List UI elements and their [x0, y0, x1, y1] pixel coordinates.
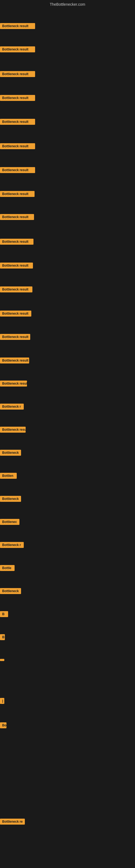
bottleneck-item-5: Bottleneck result: [0, 119, 35, 126]
bottleneck-badge-6: Bottleneck result: [0, 143, 35, 149]
bottleneck-item-25: Bottleneck: [0, 588, 21, 595]
bottleneck-badge-32: Bottleneck re: [0, 818, 25, 825]
bottleneck-item-27: B: [0, 634, 5, 641]
bottleneck-badge-15: Bottleneck result: [0, 358, 29, 364]
bottleneck-badge-11: Bottleneck result: [0, 262, 33, 269]
bottleneck-badge-14: Bottleneck result: [0, 334, 30, 340]
bottleneck-item-23: Bottleneck r: [0, 542, 24, 549]
bottleneck-badge-23: Bottleneck r: [0, 542, 24, 548]
bottleneck-badge-28: [0, 659, 4, 661]
bottleneck-badge-12: Bottleneck result: [0, 286, 32, 292]
bottleneck-item-12: Bottleneck result: [0, 286, 32, 293]
bottleneck-item-2: Bottleneck result: [0, 46, 35, 54]
bottleneck-badge-5: Bottleneck result: [0, 119, 35, 125]
bottleneck-badge-21: Bottleneck: [0, 496, 21, 502]
site-title: TheBottlenecker.com: [0, 0, 135, 8]
bottleneck-item-1: Bottleneck result: [0, 23, 35, 30]
bottleneck-badge-18: Bottleneck resu: [0, 427, 26, 433]
bottleneck-item-22: Bottlenec: [0, 519, 19, 526]
bottleneck-item-16: Bottleneck result: [0, 380, 27, 388]
bottleneck-item-32: Bottleneck re: [0, 818, 25, 826]
bottleneck-badge-8: Bottleneck result: [0, 191, 35, 197]
bottleneck-item-28: [0, 657, 4, 662]
bottleneck-item-14: Bottleneck result: [0, 334, 30, 341]
bottleneck-badge-24: Bottle: [0, 565, 14, 571]
bottleneck-item-21: Bottleneck: [0, 496, 21, 503]
bottleneck-badge-29: |: [0, 698, 4, 704]
bottleneck-badge-17: Bottleneck r: [0, 404, 24, 410]
bottleneck-item-11: Bottleneck result: [0, 262, 33, 270]
bottleneck-badge-30: Bo: [0, 722, 6, 728]
bottleneck-badge-27: B: [0, 634, 5, 640]
bottleneck-item-7: Bottleneck result: [0, 167, 35, 174]
bottleneck-badge-3: Bottleneck result: [0, 71, 35, 77]
bottleneck-item-4: Bottleneck result: [0, 95, 35, 102]
bottleneck-badge-13: Bottleneck result: [0, 311, 31, 316]
bottleneck-badge-26: B: [0, 611, 8, 617]
bottleneck-item-24: Bottle: [0, 565, 14, 572]
bottleneck-item-8: Bottleneck result: [0, 191, 35, 198]
bottleneck-badge-9: Bottleneck result: [0, 214, 34, 220]
bottleneck-item-17: Bottleneck r: [0, 404, 24, 411]
bottleneck-badge-20: Bottlen: [0, 473, 17, 479]
bottleneck-item-20: Bottlen: [0, 473, 17, 480]
bottleneck-item-19: Bottleneck: [0, 450, 21, 457]
bottleneck-badge-2: Bottleneck result: [0, 46, 35, 52]
bottleneck-item-13: Bottleneck result: [0, 311, 31, 318]
bottleneck-item-9: Bottleneck result: [0, 214, 34, 221]
bottleneck-item-18: Bottleneck resu: [0, 427, 26, 434]
bottleneck-badge-4: Bottleneck result: [0, 95, 35, 101]
bottleneck-item-6: Bottleneck result: [0, 143, 35, 150]
bottleneck-badge-25: Bottleneck: [0, 588, 21, 594]
bottleneck-badge-22: Bottlenec: [0, 519, 19, 525]
bottleneck-item-30: Bo: [0, 722, 6, 730]
bottleneck-badge-7: Bottleneck result: [0, 167, 35, 173]
bottleneck-item-10: Bottleneck result: [0, 239, 34, 246]
bottleneck-badge-19: Bottleneck: [0, 450, 21, 456]
bottleneck-badge-10: Bottleneck result: [0, 239, 34, 245]
bottleneck-item-3: Bottleneck result: [0, 71, 35, 78]
bottleneck-item-26: B: [0, 611, 8, 618]
bottleneck-item-15: Bottleneck result: [0, 358, 29, 365]
bottleneck-item-29: |: [0, 698, 4, 705]
bottleneck-badge-16: Bottleneck result: [0, 380, 27, 386]
bottleneck-badge-1: Bottleneck result: [0, 23, 35, 29]
